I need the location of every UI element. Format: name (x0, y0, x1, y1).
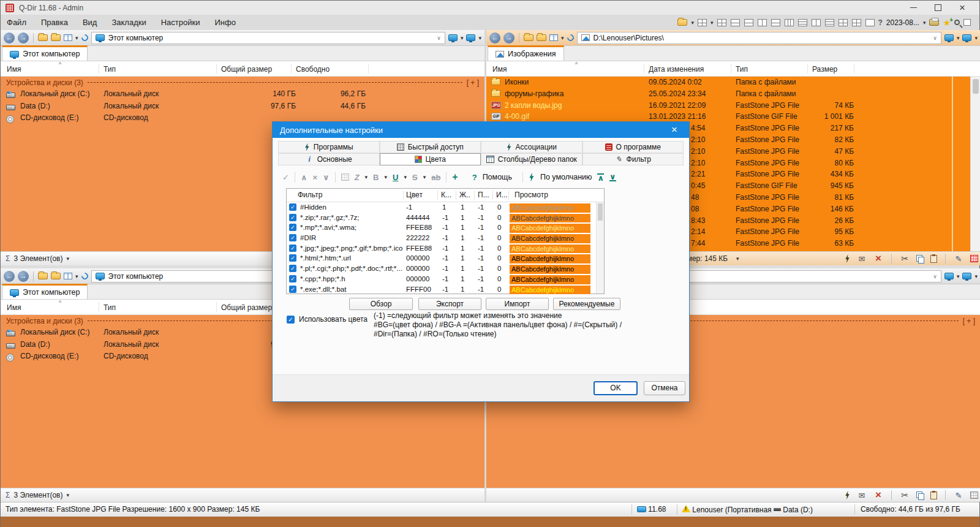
menu-item[interactable]: Вид (83, 18, 97, 27)
layout-icon[interactable] (812, 19, 821, 26)
file-row[interactable]: 2 капли воды.jpg 16.09.2021 22:09 FastSt… (486, 100, 970, 112)
dialog-tab[interactable]: О программе (582, 141, 684, 153)
column-header[interactable]: Общий размер (221, 300, 272, 315)
help-label[interactable]: Помощь (483, 173, 512, 181)
mail-icon[interactable] (857, 491, 867, 500)
column-header[interactable]: Дата изменения (649, 61, 704, 77)
help-icon[interactable]: ? (878, 18, 883, 27)
filter-row[interactable]: ✓ *.pl;*.cgi;*.php;*.pdf;*.doc;*.rtf;*..… (287, 264, 604, 274)
panel-select-icon[interactable] (944, 273, 954, 279)
delete-icon[interactable] (873, 252, 883, 265)
strikethrough-icon[interactable]: S (412, 173, 418, 182)
apply-check-icon[interactable]: ✓ (282, 173, 289, 182)
layout-icon[interactable] (785, 19, 794, 26)
back-button[interactable]: ← (489, 32, 500, 44)
back-button[interactable]: ← (4, 32, 15, 44)
column-header[interactable]: Тип (104, 61, 116, 77)
view-mode-icon[interactable] (549, 34, 558, 41)
file-row[interactable]: Иконки 09.05.2024 0:02 Папка с файлами (486, 77, 970, 88)
forward-button[interactable]: → (503, 32, 514, 44)
panel-select-icon[interactable] (962, 34, 971, 41)
layout-icon[interactable] (744, 19, 753, 26)
print-icon[interactable] (929, 19, 939, 26)
paste-icon[interactable] (930, 255, 937, 263)
panel-select-icon[interactable] (962, 273, 971, 279)
drive-row[interactable]: Data (D:) Локальный диск 97,6 ГБ 44,6 ГБ (1, 100, 484, 113)
chevron-down-icon[interactable]: ▾ (423, 174, 426, 180)
folder-icon[interactable] (537, 34, 546, 41)
menu-item[interactable]: Файл (7, 18, 26, 27)
export-button[interactable]: Экспорт (418, 298, 481, 310)
chevron-down-icon[interactable]: ∨ (437, 35, 441, 41)
column-header[interactable]: Общий размер (221, 61, 272, 77)
menu-item[interactable]: Инфо (214, 18, 235, 27)
dialog-tab[interactable]: Основные (278, 153, 380, 165)
view-mode-icon[interactable] (64, 273, 72, 279)
panel-select-icon[interactable] (448, 34, 458, 41)
dialog-tab[interactable]: Быстрый доступ (380, 141, 481, 153)
chevron-down-icon[interactable]: ▾ (66, 256, 69, 262)
layout-icon[interactable] (758, 19, 767, 26)
chevron-down-icon[interactable]: ▾ (385, 174, 388, 180)
checkbox-checked[interactable]: ✓ (289, 214, 296, 221)
layout-icon[interactable] (852, 19, 861, 26)
browse-button[interactable]: Обзор (349, 298, 413, 310)
column-header[interactable]: Имя (7, 61, 21, 77)
drive-row[interactable]: Локальный диск (C:) Локальный диск 140 Г… (1, 88, 484, 100)
chevron-down-icon[interactable]: ▾ (561, 35, 564, 41)
column-header[interactable]: И... (496, 191, 508, 199)
italic-icon[interactable]: Z (355, 173, 360, 182)
date-filter-button[interactable]: 2023-08... (886, 18, 919, 27)
checkbox-checked[interactable]: ✓ (289, 203, 296, 211)
chevron-down-icon[interactable]: ▾ (974, 273, 978, 279)
forward-button[interactable]: → (18, 271, 29, 282)
tab-pictures[interactable]: Изображения (488, 45, 564, 61)
panel-select-icon[interactable] (466, 34, 475, 41)
refresh-icon[interactable] (80, 33, 89, 43)
chevron-down-icon[interactable]: ▾ (404, 174, 407, 180)
filter-row[interactable]: ✓ *.cpp;*.hpp;*.h 000000 -1 1 -1 0 ABCab… (287, 274, 604, 284)
underline-icon[interactable]: U (393, 173, 398, 182)
chevron-down-icon[interactable]: ▾ (365, 174, 368, 180)
layout-icon[interactable] (698, 19, 707, 26)
move-down-icon[interactable]: ∨ (323, 173, 330, 182)
column-header[interactable]: Ж.. (459, 191, 470, 199)
chevron-down-icon[interactable]: ▾ (461, 35, 464, 41)
dialog-close-icon[interactable]: × (667, 124, 682, 136)
scroll-bottom-icon[interactable]: ∨ (609, 173, 616, 181)
column-header[interactable]: Цвет (406, 191, 423, 199)
checkbox-checked[interactable]: ✓ (289, 234, 296, 241)
panel-select-icon[interactable] (944, 34, 954, 41)
filter-row[interactable]: ✓ *.jpg;*.jpeg;*.png;*.gif;*.bmp;*.ico F… (287, 243, 604, 254)
back-button[interactable]: ← (4, 271, 15, 282)
copy-icon[interactable] (916, 491, 924, 499)
checkbox-checked[interactable]: ✓ (289, 245, 296, 252)
folder-icon[interactable] (677, 19, 687, 26)
close-button[interactable] (950, 1, 974, 15)
mail-icon[interactable] (857, 254, 867, 264)
address-bar[interactable]: D:\Lenouser\Pictures\∨ (577, 32, 941, 44)
view-mode-icon[interactable] (64, 34, 72, 41)
group-header[interactable]: Устройства и диски (3)[ + ] (1, 77, 484, 88)
chevron-down-icon[interactable]: ▾ (957, 35, 960, 41)
menu-item[interactable]: Настройки (161, 18, 200, 27)
checkbox-checked[interactable]: ✓ (289, 286, 296, 293)
folder-up-icon[interactable] (38, 34, 48, 41)
checkbox-checked[interactable]: ✓ (289, 265, 296, 272)
delete-icon[interactable] (873, 489, 883, 501)
column-header[interactable]: Фильтр (298, 191, 322, 199)
rename-icon[interactable] (954, 254, 963, 264)
filter-row[interactable]: ✓ *.mp*;*.avi;*.wma; FFEE88 -1 1 -1 0 AB… (287, 222, 604, 233)
lightning-icon[interactable] (529, 173, 535, 182)
dialog-tab[interactable]: Цвета (380, 153, 481, 165)
filter-row[interactable]: ✓ *.exe;*.dll;*.bat FFFF00 -1 1 -1 0 ABC… (287, 284, 604, 295)
chevron-down-icon[interactable]: ▾ (66, 492, 69, 498)
cut-icon[interactable] (900, 490, 910, 500)
filter-row[interactable]: ✓ #DIR 222222 -1 1 -1 0 ABCabcdefghijklm… (287, 233, 604, 243)
tab-this-computer[interactable]: Этот компьютер (2, 45, 88, 61)
recommended-button[interactable]: Рекомендуемые (553, 298, 620, 310)
checkbox-checked[interactable]: ✓ (287, 316, 295, 324)
chevron-down-icon[interactable]: ▾ (974, 35, 978, 41)
refresh-icon[interactable] (80, 271, 89, 281)
checkbox-checked[interactable]: ✓ (289, 224, 296, 231)
